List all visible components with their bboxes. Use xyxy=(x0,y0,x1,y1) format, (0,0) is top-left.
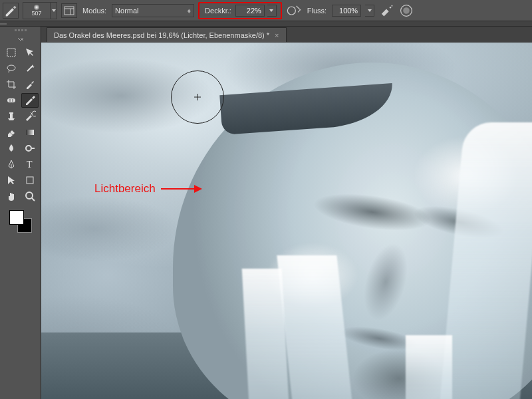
svg-point-3 xyxy=(287,7,295,15)
opacity-label: Deckkr.: xyxy=(205,7,231,15)
expand-toggle[interactable] xyxy=(17,36,25,43)
tablet-size-icon xyxy=(398,3,414,19)
svg-point-15 xyxy=(26,146,31,151)
close-icon[interactable]: × xyxy=(275,31,279,39)
opacity-input[interactable]: 22% xyxy=(235,5,265,17)
svg-point-19 xyxy=(26,192,33,199)
panel-icon xyxy=(64,6,74,15)
brush-tip-icon xyxy=(34,5,39,10)
document-area: Das Orakel des Meeres.psd bei 19,6% (Lic… xyxy=(41,27,532,399)
eraser-tool[interactable] xyxy=(3,125,20,140)
svg-rect-14 xyxy=(26,130,34,135)
brush-icon xyxy=(3,3,18,18)
gradient-tool[interactable] xyxy=(21,125,39,140)
options-bar: 507 Modus: Normal ♦ Deckkr.: 22% Fluss: … xyxy=(0,0,532,21)
svg-point-9 xyxy=(7,65,15,70)
brush-tool[interactable] xyxy=(21,93,39,108)
brush-preview[interactable]: 507 xyxy=(23,2,51,19)
hand-tool[interactable] xyxy=(3,189,20,203)
brush-size-value: 507 xyxy=(31,10,41,17)
svg-rect-8 xyxy=(7,49,15,57)
tablet-opacity-icon xyxy=(286,3,302,19)
blur-tool[interactable] xyxy=(3,141,20,156)
tool-preset-button[interactable] xyxy=(3,3,19,19)
marquee-tool[interactable] xyxy=(3,45,20,60)
svg-point-7 xyxy=(403,7,410,14)
magic-wand-tool[interactable] xyxy=(21,61,39,76)
path-selection-tool[interactable] xyxy=(3,173,20,188)
tools-panel: T xyxy=(0,27,41,399)
svg-line-20 xyxy=(32,198,35,201)
dodge-tool[interactable] xyxy=(21,141,39,156)
chevron-down-icon xyxy=(52,9,56,12)
eyedropper-tool[interactable] xyxy=(21,77,39,92)
svg-rect-10 xyxy=(7,98,15,102)
tablet-pressure-size-button[interactable] xyxy=(398,3,414,18)
brush-panel-toggle[interactable] xyxy=(61,3,77,18)
shape-tool[interactable] xyxy=(21,173,39,188)
healing-brush-tool[interactable] xyxy=(3,93,20,108)
svg-point-4 xyxy=(390,7,391,8)
brush-cursor xyxy=(171,70,224,124)
svg-rect-0 xyxy=(65,7,74,15)
chevron-down-icon xyxy=(368,9,372,12)
opacity-dropdown[interactable] xyxy=(267,5,277,17)
canvas[interactable]: Lichtbereich xyxy=(41,43,532,399)
svg-rect-18 xyxy=(27,177,33,184)
flow-label: Fluss: xyxy=(307,7,327,15)
artwork xyxy=(41,43,532,399)
mode-label: Modus: xyxy=(82,7,106,15)
clone-stamp-tool[interactable] xyxy=(3,109,20,124)
blend-mode-select[interactable]: Normal ♦ xyxy=(112,4,194,17)
document-tab-title: Das Orakel des Meeres.psd bei 19,6% (Lic… xyxy=(54,31,269,39)
flow-input[interactable]: 100% xyxy=(332,5,361,17)
airbrush-icon xyxy=(378,3,394,19)
flow-dropdown[interactable] xyxy=(365,5,374,17)
move-tool[interactable] xyxy=(21,45,39,60)
blend-mode-value: Normal xyxy=(115,7,138,15)
arrow-icon xyxy=(161,188,201,190)
crop-tool[interactable] xyxy=(3,77,20,92)
type-tool[interactable]: T xyxy=(21,157,39,172)
history-brush-tool[interactable] xyxy=(21,109,39,124)
color-swatches[interactable] xyxy=(8,209,33,234)
tablet-pressure-opacity-button[interactable] xyxy=(286,3,302,18)
airbrush-button[interactable] xyxy=(378,3,394,18)
zoom-tool[interactable] xyxy=(21,189,39,203)
document-tab[interactable]: Das Orakel des Meeres.psd bei 19,6% (Lic… xyxy=(47,27,287,42)
panel-strip xyxy=(0,21,532,27)
pen-tool[interactable] xyxy=(3,157,20,172)
opacity-group-highlighted: Deckkr.: 22% xyxy=(198,2,282,19)
svg-point-5 xyxy=(392,5,393,6)
chevron-down-icon xyxy=(269,9,273,12)
brush-preset-dropdown[interactable] xyxy=(51,2,57,19)
annotation: Lichtbereich xyxy=(94,182,201,196)
document-tabs: Das Orakel des Meeres.psd bei 19,6% (Lic… xyxy=(41,27,532,43)
lasso-tool[interactable] xyxy=(3,61,20,76)
panel-grip[interactable] xyxy=(7,29,34,33)
annotation-text: Lichtbereich xyxy=(94,182,156,196)
svg-text:T: T xyxy=(27,160,33,170)
foreground-color[interactable] xyxy=(9,210,24,225)
